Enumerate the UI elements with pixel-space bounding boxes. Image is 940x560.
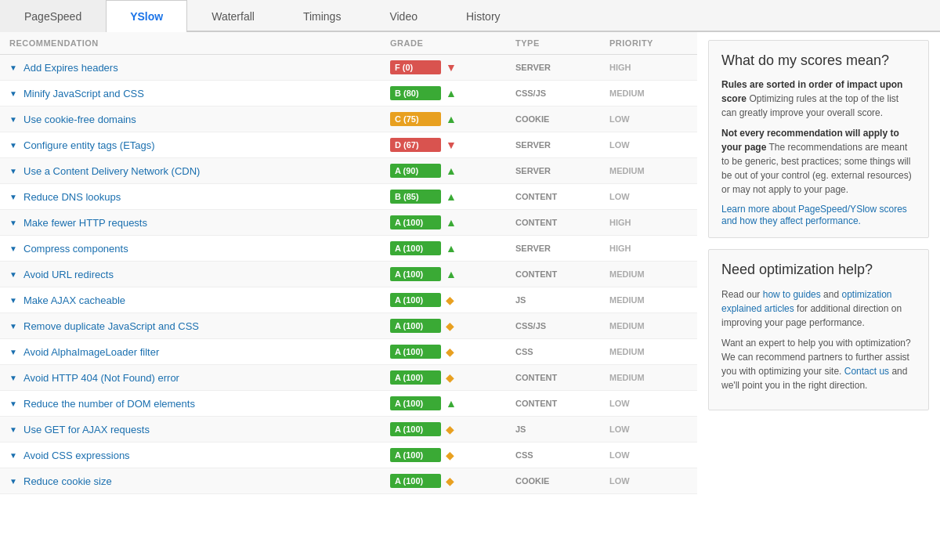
chevron-icon: ▼	[9, 193, 19, 201]
type-cell: COOKIE	[515, 114, 609, 124]
table-row: ▼ Reduce cookie size A (100) ◆ COOKIE LO…	[0, 468, 697, 494]
grade-bar: F (0)	[390, 60, 441, 74]
grade-indicator: ▲	[446, 190, 457, 203]
table-header: RECOMMENDATION GRADE TYPE PRIORITY	[0, 32, 697, 55]
chevron-icon: ▼	[9, 115, 19, 124]
help-para2: Want an expert to help you with optimiza…	[721, 336, 916, 392]
row-label: Make AJAX cacheable	[24, 294, 125, 306]
table-row: ▼ Minify JavaScript and CSS B (80) ▲ CSS…	[0, 81, 697, 107]
priority-cell: MEDIUM	[609, 373, 688, 382]
row-label: Use a Content Delivery Network (CDN)	[24, 165, 200, 177]
row-label: Avoid HTTP 404 (Not Found) error	[24, 372, 179, 384]
chevron-icon: ▼	[9, 348, 19, 356]
grade-indicator: ▲	[446, 164, 457, 177]
grade-cell: A (100) ◆	[390, 422, 515, 436]
tab-history[interactable]: History	[442, 0, 525, 32]
grade-cell: A (100) ▲	[390, 241, 515, 255]
grade-bar: A (100)	[390, 293, 441, 307]
tab-yslow[interactable]: YSlow	[106, 0, 187, 32]
type-cell: SERVER	[515, 63, 609, 72]
grade-bar: B (80)	[390, 86, 441, 100]
grade-cell: A (100) ◆	[390, 448, 515, 462]
row-name[interactable]: ▼ Avoid CSS expressions	[9, 450, 390, 461]
grade-cell: A (100) ◆	[390, 345, 515, 359]
col-header-priority: PRIORITY	[609, 38, 688, 48]
type-cell: JS	[515, 295, 609, 305]
priority-cell: MEDIUM	[609, 347, 688, 356]
row-name[interactable]: ▼ Reduce cookie size	[9, 475, 390, 487]
row-label: Configure entity tags (ETags)	[24, 139, 155, 151]
type-cell: SERVER	[515, 244, 609, 253]
row-name[interactable]: ▼ Reduce the number of DOM elements	[9, 398, 390, 410]
tab-waterfall[interactable]: Waterfall	[187, 0, 279, 32]
grade-indicator: ▲	[446, 113, 457, 125]
row-label: Use GET for AJAX requests	[24, 424, 150, 435]
type-cell: SERVER	[515, 166, 609, 175]
help-title: Need optimization help?	[721, 261, 916, 279]
row-name[interactable]: ▼ Remove duplicate JavaScript and CSS	[9, 320, 390, 332]
grade-indicator: ◆	[446, 475, 454, 487]
priority-cell: LOW	[609, 450, 688, 460]
type-cell: CSS/JS	[515, 321, 609, 331]
grade-indicator: ◆	[446, 320, 454, 332]
priority-cell: LOW	[609, 140, 688, 150]
priority-cell: LOW	[609, 399, 688, 408]
table-row: ▼ Make AJAX cacheable A (100) ◆ JS MEDIU…	[0, 287, 697, 313]
chevron-icon: ▼	[9, 89, 19, 98]
chevron-icon: ▼	[9, 374, 19, 382]
table-row: ▼ Reduce DNS lookups B (85) ▲ CONTENT LO…	[0, 184, 697, 210]
row-name[interactable]: ▼ Compress components	[9, 243, 390, 255]
type-cell: JS	[515, 425, 609, 434]
row-name[interactable]: ▼ Use GET for AJAX requests	[9, 424, 390, 435]
row-name[interactable]: ▼ Make AJAX cacheable	[9, 294, 390, 306]
grade-cell: A (100) ◆	[390, 474, 515, 488]
table-row: ▼ Use GET for AJAX requests A (100) ◆ JS…	[0, 417, 697, 443]
type-cell: CONTENT	[515, 269, 609, 279]
row-label: Avoid CSS expressions	[24, 450, 130, 461]
grade-bar: B (85)	[390, 190, 441, 204]
grade-indicator: ◆	[446, 345, 454, 358]
row-name[interactable]: ▼ Minify JavaScript and CSS	[9, 88, 390, 99]
grade-bar: A (100)	[390, 448, 441, 462]
priority-cell: LOW	[609, 114, 688, 124]
row-name[interactable]: ▼ Use a Content Delivery Network (CDN)	[9, 165, 390, 177]
grade-cell: B (85) ▲	[390, 190, 515, 204]
table-row: ▼ Use cookie-free domains C (75) ▲ COOKI…	[0, 107, 697, 132]
grade-cell: A (90) ▲	[390, 164, 515, 178]
priority-cell: MEDIUM	[609, 269, 688, 279]
priority-cell: HIGH	[609, 63, 688, 72]
scores-link[interactable]: Learn more about PageSpeed/YSlow scores …	[721, 204, 907, 226]
table-row: ▼ Reduce the number of DOM elements A (1…	[0, 391, 697, 417]
priority-cell: LOW	[609, 476, 688, 486]
tab-timings[interactable]: Timings	[279, 0, 366, 32]
row-name[interactable]: ▼ Configure entity tags (ETags)	[9, 139, 390, 151]
chevron-icon: ▼	[9, 141, 19, 150]
row-name[interactable]: ▼ Avoid URL redirects	[9, 269, 390, 280]
grade-indicator: ▲	[446, 87, 457, 99]
chevron-icon: ▼	[9, 63, 19, 72]
priority-cell: HIGH	[609, 244, 688, 253]
type-cell: SERVER	[515, 140, 609, 150]
chevron-icon: ▼	[9, 167, 19, 175]
row-name[interactable]: ▼ Avoid HTTP 404 (Not Found) error	[9, 372, 390, 384]
type-cell: CSS	[515, 347, 609, 356]
how-to-guides-link[interactable]: how to guides	[763, 289, 821, 300]
chevron-icon: ▼	[9, 219, 19, 227]
contact-us-link[interactable]: Contact us	[844, 366, 889, 377]
row-label: Use cookie-free domains	[24, 114, 136, 125]
priority-cell: MEDIUM	[609, 89, 688, 98]
grade-cell: B (80) ▲	[390, 86, 515, 100]
table-body: ▼ Add Expires headers F (0) ▼ SERVER HIG…	[0, 55, 697, 494]
table-row: ▼ Add Expires headers F (0) ▼ SERVER HIG…	[0, 55, 697, 81]
row-name[interactable]: ▼ Use cookie-free domains	[9, 114, 390, 125]
tab-pagespeed[interactable]: PageSpeed	[0, 0, 106, 32]
chevron-icon: ▼	[9, 296, 19, 305]
row-label: Minify JavaScript and CSS	[24, 88, 144, 99]
row-name[interactable]: ▼ Avoid AlphaImageLoader filter	[9, 346, 390, 358]
chevron-icon: ▼	[9, 451, 19, 460]
row-name[interactable]: ▼ Add Expires headers	[9, 62, 390, 74]
table-row: ▼ Configure entity tags (ETags) D (67) ▼…	[0, 132, 697, 158]
row-name[interactable]: ▼ Reduce DNS lookups	[9, 191, 390, 203]
tab-video[interactable]: Video	[365, 0, 442, 32]
row-name[interactable]: ▼ Make fewer HTTP requests	[9, 217, 390, 229]
